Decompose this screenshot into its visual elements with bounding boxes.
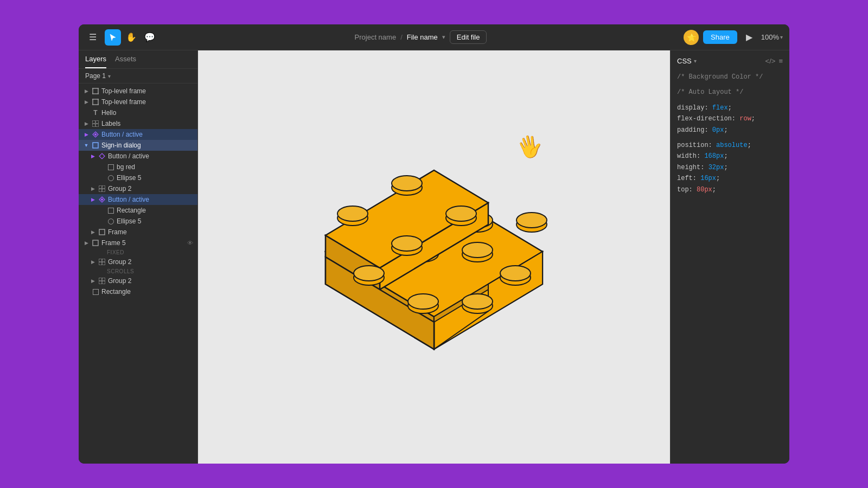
panel-tabs: Layers Assets [79, 50, 197, 69]
tab-assets[interactable]: Assets [115, 55, 136, 68]
layer-item-group-2-1[interactable]: ▶ Group 2 [79, 183, 197, 194]
chevron-icon: ▶ [83, 99, 90, 105]
css-panel-label[interactable]: CSS ▾ [677, 57, 697, 65]
chevron-icon: ▶ [90, 196, 96, 203]
svg-point-55 [392, 176, 422, 191]
css-line-flexdir: flex-direction: row; [677, 113, 783, 124]
chevron-icon: ▶ [90, 259, 96, 265]
topbar: ☰ ✋ 💬 Project name / File name ▾ Edit fi… [79, 24, 789, 50]
css-line-padding: padding: 0px; [677, 125, 783, 136]
layer-item-button-active-1[interactable]: ▶ Button / active [79, 129, 197, 140]
svg-point-69 [500, 266, 531, 281]
svg-rect-33 [93, 289, 98, 294]
layer-item-button-active-instance[interactable]: ▶ Button / active [79, 151, 197, 162]
section-fixed: FIXED [79, 248, 197, 256]
zoom-control[interactable]: 100% ▾ [761, 33, 783, 41]
avatar: 🌟 [684, 30, 699, 45]
layer-label: Top-level frame [101, 98, 193, 106]
layer-item-labels[interactable]: ▶ Labels [79, 118, 197, 129]
instance-icon [98, 152, 106, 160]
layer-item-ellipse-5-1[interactable]: Ellipse 5 [79, 172, 197, 183]
layer-item-rectangle-1[interactable]: Rectangle [79, 205, 197, 216]
layer-item-frame-5[interactable]: ▶ Frame 5 👁 [79, 237, 197, 248]
hand-tool[interactable]: ✋ [123, 29, 139, 46]
layer-item-top-frame-1[interactable]: ▶ Top-level frame [79, 86, 197, 97]
comment-tool[interactable]: 💬 [142, 29, 158, 46]
svg-rect-0 [93, 88, 98, 94]
topbar-center: Project name / File name ▾ Edit file [162, 30, 679, 44]
share-button[interactable]: Share [703, 30, 737, 44]
layer-item-rectangle-bottom[interactable]: Rectangle [79, 286, 197, 297]
svg-point-71 [408, 294, 438, 309]
svg-rect-24 [93, 240, 98, 246]
copy-code-button[interactable]: </> [765, 57, 776, 65]
layer-item-button-active-comp-2[interactable]: ▶ Button / active [79, 194, 197, 205]
svg-point-53 [337, 206, 368, 221]
frame-icon [92, 142, 99, 149]
component-icon [92, 131, 99, 138]
component-icon [98, 196, 106, 203]
menu-icon[interactable]: ☰ [85, 30, 100, 45]
visibility-icon[interactable]: 👁 [187, 240, 193, 246]
layer-item-ellipse-5-2[interactable]: Ellipse 5 [79, 216, 197, 227]
layer-item-group-2-fixed[interactable]: ▶ Group 2 [79, 256, 197, 267]
ellipse-icon [107, 217, 114, 225]
svg-rect-31 [99, 281, 102, 284]
layer-label: Frame [108, 228, 193, 236]
layer-label: Group 2 [108, 185, 193, 192]
svg-rect-11 [96, 121, 99, 124]
layer-item-group-2-scrolls[interactable]: ▶ Group 2 [79, 275, 197, 286]
path-separator: / [400, 33, 403, 41]
text-icon: T [92, 109, 99, 117]
group-icon [98, 277, 106, 285]
svg-rect-10 [93, 121, 95, 124]
frame-icon [98, 228, 106, 236]
ellipse-icon [107, 174, 114, 182]
svg-point-16 [108, 175, 113, 181]
page-selector[interactable]: Page 1 ▾ [79, 69, 197, 84]
svg-rect-20 [103, 189, 105, 192]
no-chevron [83, 110, 90, 116]
css-comment-auto: /* Auto Layout */ [677, 87, 783, 98]
lego-illustration [309, 138, 559, 376]
layer-label: Ellipse 5 [117, 217, 193, 225]
layer-item-hello[interactable]: T Hello [79, 107, 197, 118]
svg-point-57 [392, 236, 422, 251]
layer-label: Button / active [108, 152, 193, 160]
svg-rect-17 [99, 186, 102, 189]
group-icon [92, 120, 99, 127]
page-name[interactable]: Page 1 ▾ [85, 72, 111, 80]
svg-rect-14 [93, 143, 98, 148]
css-line-display: display: flex; [677, 102, 783, 113]
layer-label: Rectangle [117, 207, 193, 214]
no-chevron [98, 207, 105, 214]
svg-rect-27 [99, 262, 102, 265]
select-tool[interactable] [105, 29, 121, 46]
more-options-button[interactable]: ≡ [778, 57, 783, 65]
layer-item-bg-red[interactable]: bg red [79, 162, 197, 172]
layer-item-sign-in-dialog[interactable]: ▼ Sign-in dialog [79, 140, 197, 151]
main-area: Layers Assets Page 1 ▾ ▶ Top-level frame [79, 50, 789, 464]
css-comment-bg: /* Background Color */ [677, 72, 783, 82]
css-line-height: height: 32px; [677, 162, 783, 173]
chevron-icon: ▶ [83, 240, 90, 246]
tab-layers[interactable]: Layers [85, 55, 106, 68]
svg-rect-5 [93, 99, 98, 105]
frame-icon [92, 98, 99, 106]
svg-point-48 [516, 213, 547, 228]
section-scrolls: SCROLLS [79, 267, 197, 275]
layer-item-frame-1[interactable]: ▶ Frame [79, 227, 197, 237]
play-button[interactable]: ▶ [742, 30, 757, 45]
chevron-icon: ▶ [83, 88, 90, 94]
chevron-icon: ▼ [83, 142, 90, 149]
edit-file-button[interactable]: Edit file [450, 30, 487, 44]
layer-label: Frame 5 [101, 239, 185, 247]
css-actions: </> ≡ [765, 57, 783, 65]
layer-label: Labels [101, 120, 193, 127]
no-chevron [98, 164, 105, 170]
file-name[interactable]: File name [407, 33, 438, 41]
group-icon [98, 258, 106, 266]
layer-label: bg red [117, 163, 193, 171]
svg-rect-15 [108, 164, 113, 170]
layer-item-top-frame-2[interactable]: ▶ Top-level frame [79, 97, 197, 107]
